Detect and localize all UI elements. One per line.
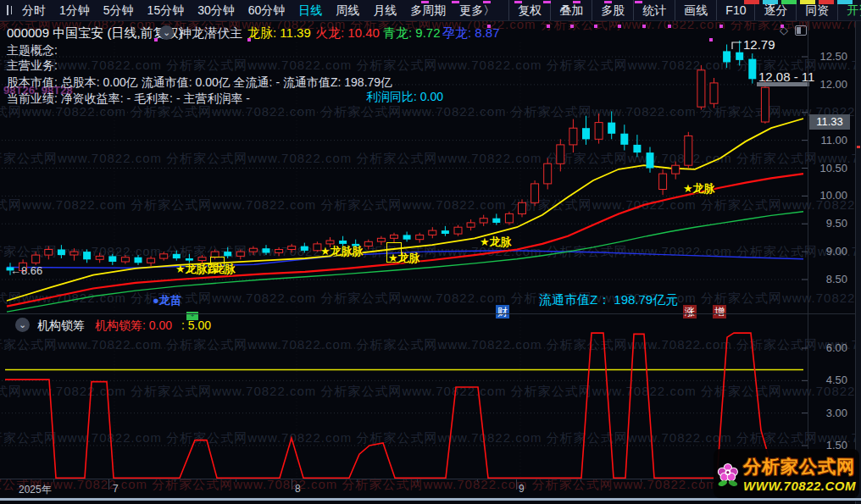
month-tick — [108, 479, 109, 490]
minor-time-tick — [701, 479, 702, 482]
magenta-signal-dot — [668, 25, 671, 28]
site-logo: 分析家公式网 WWW.70822.COM — [714, 449, 859, 498]
info-badge: 财 — [496, 305, 509, 318]
right-scroll-strip[interactable] — [855, 0, 861, 504]
minor-time-tick — [417, 479, 418, 482]
menu-item-diejia[interactable]: 叠加 — [550, 0, 592, 20]
window-split-icon[interactable] — [7, 5, 8, 15]
magenta-dash — [573, 1, 580, 3]
top-color-block — [763, 0, 778, 4]
sub-indicator-title[interactable]: 机构锁筹 — [37, 318, 85, 334]
menu-item-dugu[interactable]: 多股 — [592, 0, 633, 20]
dragon-signal-label: 龙脉 — [214, 262, 236, 277]
price-axis-label: 11.00 — [808, 134, 847, 147]
top-color-block — [781, 0, 797, 4]
menu-item-weekly[interactable]: 周线 — [329, 0, 366, 20]
menu-item-15min[interactable]: 15分钟 — [141, 0, 192, 20]
sub-readout-red: 机构锁筹: 0.00 — [95, 318, 172, 334]
panel-divider[interactable] — [0, 313, 855, 314]
watermark-text: 分析家公式网www.70822.com 分析家公式网www.70822.com … — [0, 337, 861, 353]
price-axis-label: 12.00 — [808, 78, 847, 91]
dragon-sprout-label: ●龙苗 — [153, 293, 181, 308]
menu-item-more[interactable]: 更多〉 — [453, 0, 502, 20]
scroll-marker — [857, 146, 860, 148]
price-axis-label: 10.50 — [808, 162, 847, 174]
month-tick — [292, 479, 292, 490]
year-label: 2025年 — [19, 483, 52, 497]
indicator-name[interactable]: 神龙潜伏主 — [179, 25, 242, 42]
minor-time-tick — [175, 479, 175, 482]
top-color-block — [837, 0, 853, 4]
dragon-signal-label: ★龙脉 — [683, 181, 715, 197]
high-price-label: 12.79 — [743, 37, 775, 52]
dragon-signal-label: ★龙脉 — [388, 251, 420, 266]
magenta-signal-dot — [247, 38, 251, 42]
magenta-dash — [421, 1, 429, 3]
price-axis-label: 10.00 — [808, 189, 847, 202]
magenta-dash — [635, 1, 642, 3]
month-tick — [516, 479, 517, 490]
sub-axis-label: 6.00 — [808, 341, 847, 354]
watermark-text: 分析家公式网www.70822.com 分析家公式网www.70822.com … — [0, 384, 861, 400]
magenta-dash — [483, 1, 491, 3]
magenta-signal-dot — [594, 25, 597, 28]
chevron-down-icon[interactable]: ⌄ — [159, 25, 174, 40]
minor-time-tick — [477, 479, 478, 482]
price-axis-label: 12.50 — [808, 50, 847, 63]
magenta-dash — [604, 1, 612, 3]
magenta-signal-dot — [780, 25, 784, 28]
info-badge: 涨 — [683, 305, 697, 318]
month-label-september: 9 — [519, 483, 525, 495]
app-window: 分时 1分钟 5分钟 15分钟 30分钟 60分钟 日线 周线 月线 多周期 更… — [0, 0, 861, 504]
watermark-text: 分析家公式网www.70822.com 分析家公式网www.70822.com … — [0, 151, 861, 167]
menu-item-daily[interactable]: 日线 — [292, 0, 329, 20]
watermark-text: 分析家公式网www.70822.com 分析家公式网www.70822.com … — [0, 197, 861, 213]
menu-item-fenshi[interactable]: 分时 — [15, 0, 53, 20]
logo-url[interactable]: WWW.70822.COM — [743, 479, 856, 493]
sub-axis-label: 3.00 — [808, 407, 847, 419]
top-color-block — [744, 0, 759, 4]
range-price-label: 12.08 - 11 — [758, 69, 814, 84]
indicator-value-longmai: 龙脉: 11.39 — [247, 25, 311, 42]
magenta-signal-dot — [154, 38, 158, 42]
scrollbar-thumb[interactable] — [0, 498, 861, 501]
magenta-signal-dot — [618, 25, 621, 28]
month-label-august: 8 — [295, 483, 301, 495]
menu-item-60min[interactable]: 60分钟 — [242, 0, 292, 20]
price-axis-label: 9.50 — [808, 217, 847, 230]
minor-time-tick — [236, 479, 236, 482]
month-label-july: 7 — [113, 483, 119, 495]
info-theme-concept: 主题概念: — [7, 43, 58, 58]
float-cap-label: 流通市值Z： 198.79亿元 — [539, 292, 678, 308]
indicator-value-qinglong: 青龙: 9.72 — [383, 25, 441, 42]
info-badge: 增 — [713, 305, 726, 318]
info-performance: 当前业绩: 净资收益率: - 毛利率: - 主营利润率 - — [7, 91, 250, 107]
magenta-signal-dot — [642, 25, 646, 28]
magenta-dash — [452, 1, 459, 3]
sub-readout-yellow: : 5.00 — [181, 318, 211, 332]
magenta-dash — [543, 1, 551, 3]
magenta-signal-dot — [709, 38, 713, 42]
minor-time-tick — [53, 479, 54, 482]
pane-split-icon[interactable] — [795, 25, 807, 36]
current-price-badge: 11.33 — [809, 114, 850, 130]
minor-time-tick — [357, 479, 358, 482]
watermark-text: 分析家公式网www.70822.com 分析家公式网www.70822.com … — [0, 58, 861, 74]
left-price-label: ←8.66 — [10, 264, 42, 277]
profit-yoy-label: 利润同比: 0.00 — [366, 90, 443, 105]
menu-item-monthly[interactable]: 月线 — [366, 0, 403, 20]
top-menu-bar: 分时 1分钟 5分钟 15分钟 30分钟 60分钟 日线 周线 月线 多周期 更… — [0, 0, 861, 21]
top-color-block — [800, 0, 815, 4]
sub-axis-label: 4.50 — [808, 374, 847, 386]
price-axis-label: 9.00 — [808, 245, 847, 258]
menu-item-5min[interactable]: 5分钟 — [97, 0, 141, 20]
info-main-business: 主营业务: — [7, 58, 58, 74]
menu-item-30min[interactable]: 30分钟 — [191, 0, 242, 20]
indicator-value-huolong: 火龙: 10.40 — [315, 25, 380, 42]
minor-time-tick — [641, 479, 642, 482]
menu-item-1min[interactable]: 1分钟 — [53, 0, 97, 20]
menu-item-huaxian[interactable]: 画线 — [675, 0, 716, 20]
dragon-signal-label: ★龙脉踩 — [175, 262, 219, 277]
minor-time-tick — [580, 479, 581, 482]
sub-chevron-down-icon[interactable]: ⌄ — [15, 318, 30, 332]
